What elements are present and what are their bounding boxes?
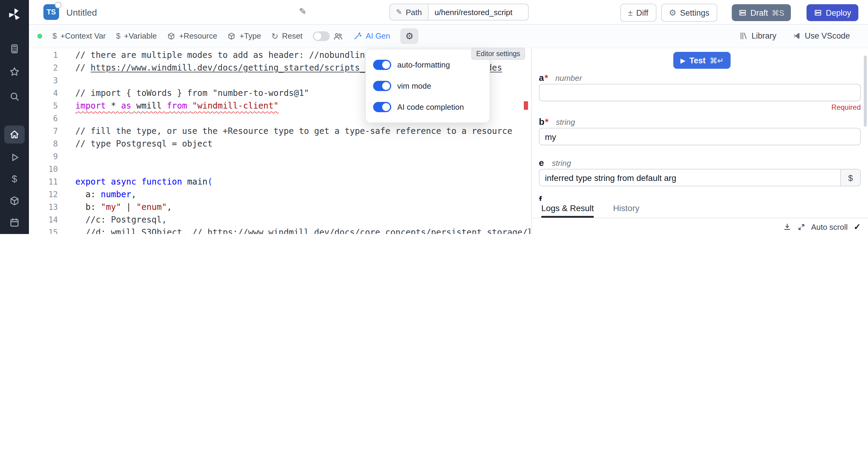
field-input-b[interactable] [539,128,861,145]
deploy-label: Deploy [826,8,851,17]
settings-label: Settings [680,8,710,17]
add-type-button[interactable]: +Type [227,31,261,40]
line-number: 1 [29,49,58,61]
code-line[interactable] [75,150,532,163]
required-note: Required [832,103,861,112]
line-number: 5 [29,99,58,112]
code-line[interactable]: //d: wmill.S3Object, // https://www.wind… [75,226,532,234]
ai-code-completion-toggle[interactable] [373,102,391,112]
code-line[interactable]: b: "my" | "enum", [75,201,532,213]
setting-label: AI code completion [397,103,464,112]
use-vscode-button[interactable]: Use VScode [792,31,850,40]
ai-gen-button[interactable]: AI Gen [353,31,390,40]
line-number: 8 [29,138,58,150]
topbar-actions: ± Diff ⚙ Settings Draft ⌘S Deploy [620,4,858,22]
tab-history[interactable]: History [613,203,639,218]
scrollbar-thumb[interactable] [864,56,867,127]
tab-logs-result[interactable]: Logs & Result [541,203,594,218]
code-line[interactable]: // type Postgresql = object [75,138,532,150]
sidebar-item-search[interactable] [4,87,25,106]
vim-mode-toggle[interactable] [373,81,391,91]
setting-label: auto-formatting [397,60,450,69]
line-number: 7 [29,125,58,138]
sidebar-item-apps[interactable] [4,40,25,58]
line-number: 11 [29,175,58,188]
field-input-a[interactable] [539,84,861,101]
code-token [136,177,141,186]
line-number: 14 [29,213,58,226]
runtime-indicator-icon [55,2,61,8]
code-line[interactable]: //c: Postgresql, [75,213,532,226]
sidebar-item-schedules[interactable] [4,213,25,232]
dollar-icon: $ [53,31,57,40]
windmill-script-editor: $ ⚙ [0,0,868,234]
diff-label: Diff [636,8,648,17]
draft-shortcut: ⌘S [772,8,784,17]
dollar-icon: $ [848,173,853,182]
code-token: "my" [101,202,121,212]
cube-icon [167,32,176,40]
draft-button[interactable]: Draft ⌘S [732,4,791,21]
code-token: as [121,101,131,110]
star-icon [9,66,20,77]
draft-label: Draft [750,8,768,17]
reset-label: Reset [282,31,303,40]
auto-scroll-checkbox[interactable]: ✓ [854,222,861,232]
field-input-e[interactable] [539,170,840,186]
setting-row-ai-completion: AI code completion [373,96,482,118]
code-line[interactable] [75,163,532,175]
code-token: export [75,177,106,186]
path-edit-button[interactable]: ✎ Path [390,4,429,21]
expand-icon[interactable] [797,223,805,231]
path-input[interactable] [429,4,529,21]
code-token: main [182,177,207,186]
error-marker [524,101,528,110]
test-shortcut: ⌘↵ [710,56,724,65]
code-line[interactable]: export async function main( [75,175,532,188]
test-button[interactable]: ▶ Test ⌘↵ [673,52,731,69]
home-icon [9,129,20,140]
toggle-knob [382,82,390,90]
diff-button[interactable]: ± Diff [620,4,656,22]
sidebar-item-home[interactable] [4,125,25,144]
code-token: // type Postgresql = object [75,139,213,148]
line-number: 6 [29,112,58,125]
reset-button[interactable]: ↻ Reset [271,31,302,41]
required-star: * [545,116,549,127]
variable-picker-button[interactable]: $ [840,170,860,186]
windmill-logo[interactable] [4,5,25,24]
refresh-icon: ↻ [271,31,278,41]
line-number: 13 [29,201,58,213]
add-resource-button[interactable]: +Resource [167,31,217,40]
library-button[interactable]: Library [739,31,776,40]
field-type: string [556,118,575,127]
settings-button[interactable]: ⚙ Settings [661,4,717,22]
code-token: from [167,101,187,110]
add-context-var-button[interactable]: $ +Context Var [53,31,106,40]
add-variable-button[interactable]: $ +Variable [116,31,157,40]
code-line[interactable]: // fill the type, or use the +Resource t… [75,125,532,138]
code-token: // there are multiple modes to add as he… [75,50,370,60]
auto-formatting-toggle[interactable] [373,60,391,70]
edit-summary-icon[interactable]: ✎ [299,6,307,17]
sidebar-item-variables[interactable]: $ [4,170,25,188]
panel-divider[interactable] [531,48,532,234]
multiplayer-toggle[interactable] [313,31,330,41]
search-icon [9,91,20,102]
sidebar-item-favorites[interactable] [4,63,25,81]
code-token: , [131,189,136,199]
download-icon[interactable] [783,223,791,231]
sidebar-item-runs[interactable] [4,148,25,167]
deploy-button[interactable]: Deploy [807,4,858,21]
auto-scroll-label: Auto scroll [811,222,847,231]
code-line[interactable]: a: number, [75,188,532,201]
test-label: Test [689,56,706,65]
editor-settings-button[interactable]: ⚙ [401,28,418,44]
use-vscode-label: Use VScode [805,31,850,40]
sidebar-item-resources[interactable] [4,192,25,210]
deploy-icon [814,8,822,17]
gear-icon: ⚙ [405,30,413,41]
tooltip-editor-settings: Editor settings [471,48,525,60]
windmill-logo-icon [7,7,22,22]
field-type: string [552,158,571,168]
